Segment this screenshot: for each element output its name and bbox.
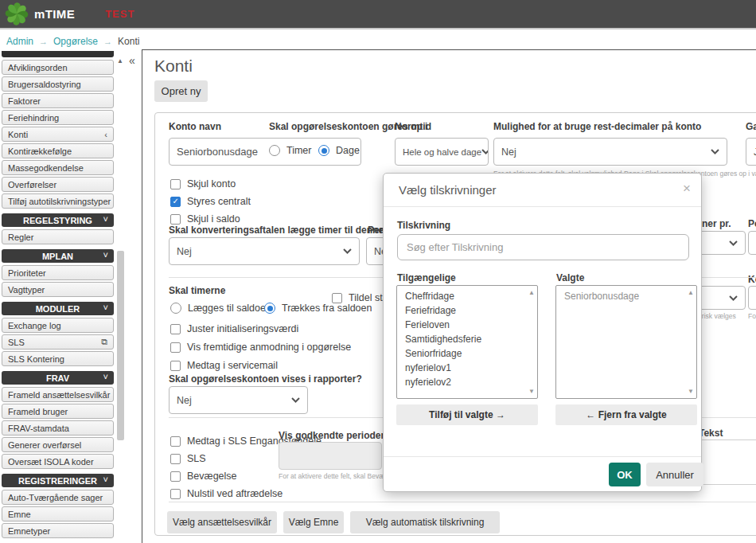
checkbox-label: Skjul konto: [187, 178, 236, 189]
checkbox-juster-initialiseringsvaerdi[interactable]: Juster initialiseringsværdi: [170, 323, 298, 334]
sidebar-item-regler[interactable]: Regler: [2, 229, 114, 244]
breadcrumb-separator-icon: →: [39, 37, 48, 46]
sidebar-item-exchange-log[interactable]: Exchange log: [2, 318, 114, 333]
add-to-selected-button[interactable]: Tilføj til valgte →: [396, 404, 538, 425]
list-item[interactable]: nyferielov2: [397, 375, 537, 389]
sidebar-item-emne[interactable]: Emne: [2, 506, 114, 522]
sidebar-scrollbar[interactable]: ▲: [116, 51, 126, 543]
sidebar-item-auto-tvaergaaende-sager[interactable]: Auto-Tværgående sager: [2, 490, 114, 505]
vaelg-emne-button[interactable]: Vælg Emne: [283, 511, 344, 533]
select-value: Nej: [177, 246, 192, 257]
sidebar-section-registreringer[interactable]: REGISTRERINGER˅: [2, 474, 114, 487]
checkbox-icon[interactable]: [170, 179, 181, 189]
sidebar-item-sls-kontering[interactable]: SLS Kontering: [2, 351, 114, 366]
checkbox-icon[interactable]: [170, 324, 181, 334]
ok-button[interactable]: OK: [609, 463, 641, 486]
sidebar-item-frameld-bruger[interactable]: Frameld bruger: [2, 404, 114, 419]
pe-select[interactable]: [748, 231, 756, 255]
radio-selected-icon[interactable]: [318, 145, 329, 156]
list-item[interactable]: Seniorfridage: [397, 346, 537, 361]
checkbox-icon[interactable]: [170, 454, 181, 464]
checkbox-checked-icon[interactable]: [170, 197, 181, 207]
list-item[interactable]: Samtidighedsferie: [397, 332, 537, 346]
sidebar-section-moduler[interactable]: MODULER˅: [2, 302, 114, 315]
rapporter-select[interactable]: Nej: [169, 386, 308, 414]
scroll-up-icon[interactable]: ▲: [688, 289, 694, 296]
radio-laegges-til-saldoen[interactable]: Lægges til saldoen: [170, 303, 271, 314]
close-icon[interactable]: ×: [683, 181, 691, 197]
radio-dage[interactable]: Dage: [318, 145, 360, 156]
sidebar-item-kontiraekkefoelge[interactable]: Kontirækkefølge: [2, 143, 114, 158]
vaelg-automatisk-tilskrivning-button[interactable]: Vælg automatisk tilskrivning: [350, 511, 500, 533]
checkbox-medtag-servicemail[interactable]: Medtag i servicemail: [170, 360, 278, 371]
radio-traekkes-fra-saldoen[interactable]: Trækkes fra saldoen: [264, 303, 372, 314]
checkbox-skjul-i-saldo[interactable]: Skjul i saldo: [170, 213, 240, 225]
tekst-textarea[interactable]: [699, 439, 756, 485]
sidebar-item-oversaet-isola-koder[interactable]: Oversæt ISOLA koder: [2, 454, 114, 469]
sidebar-item-label: Exchange log: [8, 321, 61, 330]
sidebar-item-frameld-ansaettelsesvilkaar[interactable]: Frameld ansættelsesvilkår: [2, 387, 114, 402]
checkbox-icon[interactable]: [170, 471, 181, 482]
breadcrumb-admin[interactable]: Admin: [6, 36, 33, 47]
checkbox-bevaegelse[interactable]: Bevægelse: [170, 471, 237, 482]
collapse-sidebar-icon[interactable]: «: [129, 54, 135, 67]
radio-icon[interactable]: [269, 145, 280, 156]
sidebar-item-konti[interactable]: Konti‹: [2, 127, 114, 142]
list-item[interactable]: nyferielov1: [397, 361, 537, 375]
checkbox-icon[interactable]: [170, 436, 181, 447]
sidebar-section-frav[interactable]: FRAV˅: [2, 371, 114, 385]
checkbox-icon[interactable]: [170, 214, 181, 225]
list-item[interactable]: Feriefridage: [397, 303, 537, 318]
sidebar-item-generer-overfoersel[interactable]: Generer overførsel: [2, 437, 114, 452]
remove-from-selected-button[interactable]: ← Fjern fra valgte: [555, 404, 697, 425]
sidebar-section-mplan[interactable]: MPLAN˅: [2, 249, 114, 263]
scrollbar-thumb[interactable]: [117, 251, 124, 440]
sidebar-nav: Afviklingsorden Brugersaldostyring Fakto…: [2, 51, 114, 540]
sidebar-item-label: Prioriteter: [8, 268, 46, 278]
radio-icon[interactable]: [170, 303, 181, 314]
checkbox-nulstil-ved-aftraedelse[interactable]: Nulstil ved aftrædelse: [170, 488, 283, 499]
rest-decimaler-select[interactable]: Nej: [493, 138, 727, 166]
checkbox-icon[interactable]: [170, 489, 181, 499]
cancel-button[interactable]: Annuller: [646, 463, 703, 486]
sidebar-item-frav-stamdata[interactable]: FRAV-stamdata: [2, 420, 114, 436]
selected-listbox[interactable]: Seniorbonusdage ▲ ▼: [555, 285, 697, 399]
sidebar-item-faktorer[interactable]: Faktorer: [2, 93, 114, 108]
checkbox-icon[interactable]: [170, 361, 181, 371]
vaelg-ansaettelsesvilkaar-button[interactable]: Vælg ansættelsesvilkår: [167, 511, 277, 533]
scroll-up-icon[interactable]: ▲: [528, 289, 535, 296]
sidebar-section-regelstyring[interactable]: REGELSTYRING˅: [2, 213, 114, 227]
checkbox-vis-fremtidige[interactable]: Vis fremtidige anmodning i opgørelse: [170, 342, 351, 353]
radio-timer[interactable]: Timer: [269, 145, 311, 156]
sidebar-item-massegodkendelse[interactable]: Massegodkendelse: [2, 160, 114, 175]
normtid-select[interactable]: Hele og halve dage: [395, 138, 489, 166]
sidebar-item-overfoerelser[interactable]: Overførelser: [2, 177, 114, 192]
scroll-down-icon[interactable]: ▼: [528, 388, 535, 395]
sidebar-item-prioriteter[interactable]: Prioriteter: [2, 265, 114, 280]
ko-select[interactable]: D: [748, 286, 756, 310]
sidebar-item-emnetyper[interactable]: Emnetyper: [2, 523, 114, 538]
list-item[interactable]: Seniorbonusdage: [556, 289, 696, 303]
sidebar-item-feriehindring[interactable]: Feriehindring: [2, 110, 114, 125]
available-listbox[interactable]: Cheffridage Feriefridage Ferieloven Samt…: [396, 285, 538, 399]
breadcrumb-opgoerelse[interactable]: Opgørelse: [53, 36, 98, 47]
list-item[interactable]: Cheffridage: [397, 289, 537, 303]
scroll-up-icon[interactable]: ▲: [117, 57, 123, 64]
checkbox-icon[interactable]: [332, 293, 342, 303]
create-new-button[interactable]: Opret ny: [154, 80, 208, 102]
checkbox-skjul-konto[interactable]: Skjul konto: [170, 178, 236, 189]
sidebar-item-brugersaldostyring[interactable]: Brugersaldostyring: [2, 76, 114, 92]
list-item[interactable]: Ferieloven: [397, 318, 537, 332]
radio-selected-icon[interactable]: [264, 303, 275, 314]
checkbox-sls[interactable]: SLS: [170, 453, 206, 464]
konvertering-select[interactable]: Nej: [169, 237, 360, 265]
checkbox-styres-centralt[interactable]: Styres centralt: [170, 196, 251, 207]
scroll-down-icon[interactable]: ▼: [688, 388, 694, 395]
gaeld-select[interactable]: Ja: [746, 138, 756, 166]
sidebar-item-afviklingsorden[interactable]: Afviklingsorden: [2, 60, 114, 75]
sidebar-item-sls[interactable]: SLS⧉: [2, 334, 114, 350]
sidebar-item-vagttyper[interactable]: Vagttyper: [2, 282, 114, 297]
tilskrivning-search-input[interactable]: [397, 234, 689, 260]
sidebar-item-tilfoej-autotilskrivningstyper[interactable]: Tilføj autotilskrivningstyper: [2, 193, 114, 209]
checkbox-icon[interactable]: [170, 342, 181, 353]
